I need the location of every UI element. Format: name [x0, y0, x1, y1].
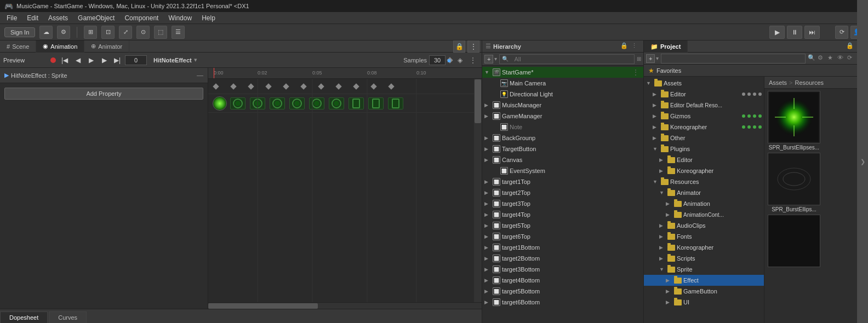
play-anim-button[interactable]: ▶ [85, 55, 96, 66]
clip-dropdown-icon[interactable]: ▾ [194, 56, 197, 64]
breadcrumb-assets[interactable]: Assets [769, 79, 787, 86]
sprite-frame-3[interactable] [250, 97, 265, 109]
frame-number-input[interactable]: 0 [125, 55, 147, 65]
record-button[interactable] [50, 57, 56, 63]
add-event-button[interactable]: ◈ [454, 55, 465, 66]
hier-target1top[interactable]: ▶ ⬜ target1Top [482, 176, 643, 187]
step-button[interactable]: ⏭ [804, 26, 820, 39]
keyframe-diamond-8[interactable] [335, 83, 341, 89]
prev-keyframe-button[interactable]: |◀ [59, 55, 70, 66]
proj-add-button[interactable]: + [646, 54, 655, 63]
hier-target1bottom[interactable]: ▶ ⬜ target1Bottom [482, 242, 643, 253]
keyframe-diamond-6[interactable] [300, 83, 306, 89]
proj-search-icon[interactable]: 🔍 [808, 54, 816, 63]
hier-main-camera[interactable]: 📷 Main Camera [482, 78, 643, 89]
project-search-input[interactable] [661, 54, 806, 64]
hier-target6top[interactable]: ▶ ⬜ target6Top [482, 231, 643, 242]
collab-button[interactable]: ⤢ [119, 26, 132, 39]
animation-tab[interactable]: ◉ Animation [36, 41, 84, 53]
sprite-frame-5[interactable] [289, 97, 305, 109]
hier-target2bottom[interactable]: ▶ ⬜ target2Bottom [482, 253, 643, 264]
tree-koreographer-root[interactable]: ▶ Koreographer [644, 122, 764, 132]
settings-button[interactable]: ⚙ [57, 26, 70, 39]
tree-plugins-koreographer[interactable]: ▶ Koreographer [644, 165, 764, 176]
samples-input[interactable] [429, 55, 446, 65]
panel-menu-button[interactable]: ⋮ [467, 41, 479, 53]
hier-directional-light[interactable]: 💡 Directional Light [482, 89, 643, 100]
asset-spr-burst-2[interactable]: SPR_BurstEllips... [767, 153, 821, 212]
gizmos-button[interactable]: ⊡ [101, 26, 115, 39]
tree-assets[interactable]: ▼ Assets [644, 78, 764, 89]
tree-res-koreographer[interactable]: ▶ Koreographer [644, 242, 764, 253]
hier-canvas[interactable]: ▶ ⬜ Canvas [482, 154, 643, 165]
tree-fonts[interactable]: ▶ Fonts [644, 231, 764, 242]
timeline-options[interactable]: ⋮ [467, 55, 478, 66]
project-tab[interactable]: 📁 Project [644, 41, 688, 53]
keyframe-diamond-9[interactable] [353, 83, 359, 89]
next-keyframe-button[interactable]: ▶| [112, 55, 123, 66]
sprite-frame-9[interactable] [368, 97, 384, 109]
menu-window[interactable]: Window [164, 13, 196, 23]
hier-target3top[interactable]: ▶ ⬜ target3Top [482, 198, 643, 209]
tree-plugins-editor[interactable]: ▶ Editor [644, 154, 764, 165]
proj-star-icon[interactable]: ★ [827, 54, 836, 63]
grid-button[interactable]: ⊞ [84, 26, 97, 39]
add-property-button[interactable]: Add Property [4, 88, 203, 100]
tree-editor-default[interactable]: ▶ Editor Default Reso... [644, 100, 764, 111]
hier-target3bottom[interactable]: ▶ ⬜ target3Bottom [482, 264, 643, 275]
scene-tab[interactable]: # Scene [0, 41, 36, 53]
hier-muisc-manager[interactable]: ▶ ⬜ MuiscManager [482, 100, 643, 111]
keyframe-diamond-4[interactable] [265, 83, 271, 89]
sprite-frame-4[interactable] [270, 97, 285, 109]
add-keyframe-button[interactable]: ◆ [447, 57, 453, 63]
play-button[interactable]: ▶ [769, 26, 785, 39]
tree-gizmos[interactable]: ▶ Gizmos [644, 111, 764, 122]
hier-game-manager[interactable]: ▶ ⬜ GameManager [482, 111, 643, 122]
proj-add-dropdown[interactable]: ▾ [656, 55, 659, 61]
animator-tab[interactable]: ⊕ Animator [84, 41, 129, 53]
layers-button[interactable]: ⬚ [154, 26, 167, 39]
tree-other[interactable]: ▶ Other [644, 132, 764, 143]
keyframe-diamond-2[interactable] [230, 83, 236, 89]
keyframe-diamond-3[interactable] [248, 83, 254, 89]
tree-audioclips[interactable]: ▶ AudioClips [644, 220, 764, 231]
scene-options-button[interactable]: ⋮ [632, 68, 641, 76]
proj-lock-button[interactable]: 🔒 [846, 42, 855, 51]
tree-sprite[interactable]: ▼ Sprite [644, 264, 764, 275]
menu-assets[interactable]: Assets [44, 13, 72, 23]
sprite-frame-7[interactable] [329, 97, 344, 109]
hierarchy-add-button[interactable]: + [484, 55, 493, 64]
tree-gamebutton[interactable]: ▶ GameButton [644, 286, 764, 297]
keyframe-diamond-10[interactable] [370, 83, 376, 89]
sign-in-button[interactable]: Sign In [4, 27, 35, 37]
vscroll-thumb[interactable] [475, 79, 481, 123]
tree-ui[interactable]: ▶ UI [644, 297, 764, 308]
search-button[interactable]: ⊙ [136, 26, 150, 39]
hier-menu-button[interactable]: ⋮ [631, 42, 640, 51]
proj-filter-icon[interactable]: ⚙ [818, 54, 826, 63]
menu-help[interactable]: Help [197, 13, 220, 23]
menu-gameobject[interactable]: GameObject [73, 13, 119, 23]
keyframe-diamond-11[interactable] [388, 83, 394, 89]
tree-resources[interactable]: ▼ Resources [644, 176, 764, 187]
hscroll-thumb[interactable] [208, 303, 318, 309]
hier-target2top[interactable]: ▶ ⬜ target2Top [482, 187, 643, 198]
tree-editor[interactable]: ▶ Editor [644, 89, 764, 100]
hier-target5bottom[interactable]: ▶ ⬜ target5Bottom [482, 286, 643, 297]
hier-target-button[interactable]: ▶ ⬜ TargetButton [482, 143, 643, 154]
tree-animation[interactable]: ▶ Animation [644, 198, 764, 209]
next-frame-button[interactable]: ▶ [99, 55, 110, 66]
keyframe-diamond-5[interactable] [283, 83, 289, 89]
breadcrumb-resources[interactable]: Resources [795, 79, 824, 86]
sprite-frame-6[interactable] [309, 97, 324, 109]
asset-spr-burst-1[interactable]: SPR_BurstEllipses... [767, 91, 821, 151]
panel-lock-button[interactable]: 🔒 [453, 41, 465, 53]
keyframe-diamond-1[interactable] [213, 83, 219, 89]
hier-note[interactable]: ⬜ Note [482, 122, 643, 132]
tree-plugins[interactable]: ▼ Plugins [644, 143, 764, 154]
breadcrumb-nav-right[interactable]: ❯ [857, 77, 868, 323]
dopesheet-tab[interactable]: Dopesheet [0, 312, 48, 323]
hier-target5top[interactable]: ▶ ⬜ target5Top [482, 220, 643, 231]
sprite-frame-8[interactable] [349, 97, 364, 109]
hier-lock-button[interactable]: 🔒 [620, 42, 629, 51]
